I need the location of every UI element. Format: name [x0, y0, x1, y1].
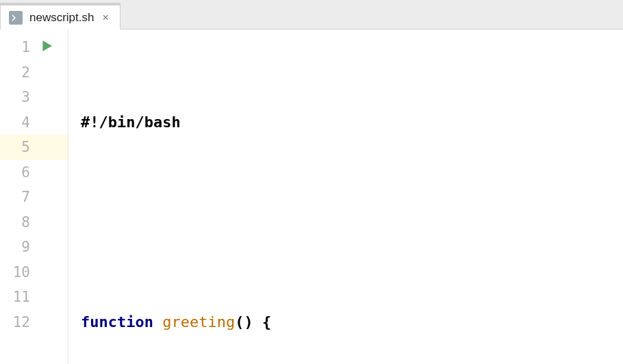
code-content[interactable]: #!/bin/bash function greeting() { hello=…: [68, 29, 623, 364]
function-name: greeting: [162, 310, 235, 335]
line-number: 12: [0, 314, 30, 330]
run-gutter-icon[interactable]: [30, 39, 63, 55]
line-number: 11: [0, 289, 30, 305]
line-number: 2: [0, 64, 30, 81]
shebang: #!/bin/bash: [81, 110, 181, 135]
line-number: 6: [0, 164, 30, 181]
shell-file-icon: [9, 11, 23, 25]
line-number: 4: [0, 114, 30, 131]
tab-filename: newscript.sh: [29, 11, 94, 25]
keyword-function: function: [81, 310, 153, 335]
gutter-line: 1: [0, 35, 68, 60]
gutter-line: 4: [0, 110, 68, 135]
gutter-line: 9: [0, 235, 68, 260]
gutter-line: 12: [0, 310, 68, 335]
gutter-line: 3: [0, 85, 68, 110]
gutter-line: 7: [0, 185, 68, 210]
gutter: 1 2 3 4 5 6 7 8 9 10 11 12: [0, 29, 68, 364]
gutter-line: 8: [0, 210, 68, 235]
gutter-line: 2: [0, 60, 68, 86]
line-number: 3: [0, 89, 30, 105]
line-number: 1: [0, 39, 30, 55]
gutter-line: 6: [0, 160, 68, 185]
tab-bar: newscript.sh ×: [0, 0, 623, 29]
line-number: 9: [0, 239, 30, 255]
line-number: 7: [0, 189, 30, 205]
line-number: 5: [0, 139, 30, 155]
line-number: 8: [0, 214, 30, 231]
editor-area: 1 2 3 4 5 6 7 8 9 10 11 12 #!/bin/bash f…: [0, 29, 623, 364]
line-number: 10: [0, 264, 30, 281]
editor-tab[interactable]: newscript.sh ×: [0, 3, 120, 29]
code-line: [81, 210, 623, 235]
code-line: #!/bin/bash: [81, 110, 623, 135]
gutter-line: 11: [0, 285, 68, 310]
close-icon[interactable]: ×: [101, 12, 110, 24]
gutter-line: 10: [0, 260, 68, 285]
brace-open: {: [262, 310, 271, 335]
gutter-line: 5: [0, 135, 68, 160]
code-line: function greeting() {: [81, 310, 623, 335]
parens: (): [235, 310, 253, 335]
